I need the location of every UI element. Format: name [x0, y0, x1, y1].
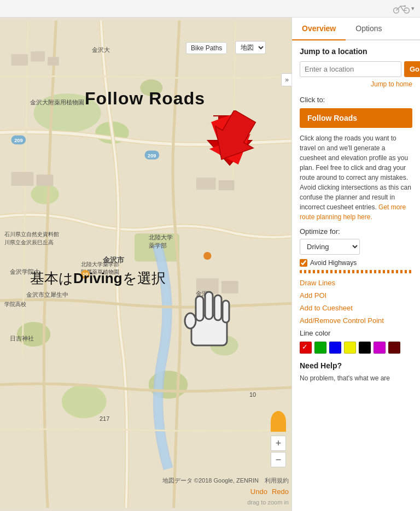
add-cuesheet-button[interactable]: Add to Cuesheet [300, 304, 353, 312]
svg-rect-16 [11, 172, 34, 186]
color-swatch-purple[interactable] [374, 342, 386, 354]
panel-content: Jump to a location Go Jump to home Click… [292, 40, 420, 390]
map-label: 石川県立自然史資料館 [4, 231, 59, 238]
location-row: Go [300, 61, 412, 77]
color-swatch-yellow[interactable] [344, 342, 356, 354]
pegman-icon[interactable] [271, 411, 286, 432]
tab-overview[interactable]: Overview [292, 17, 346, 40]
click-to-label: Click to: [300, 96, 412, 104]
tab-options[interactable]: Options [346, 17, 392, 40]
need-help-title: Need Help? [300, 361, 412, 370]
svg-rect-34 [223, 301, 229, 322]
hand-pointer-icon [175, 285, 246, 351]
go-button[interactable]: Go [404, 61, 420, 77]
zoom-in-button[interactable]: + [271, 436, 286, 451]
location-input[interactable] [300, 61, 401, 77]
wavy-line-divider [300, 270, 412, 273]
drag-hint: drag to zoom in [247, 499, 289, 506]
zoom-out-button[interactable]: − [271, 452, 286, 467]
svg-rect-17 [37, 175, 54, 186]
svg-text:209: 209 [14, 138, 22, 143]
undo-button[interactable]: Undo [250, 487, 267, 496]
svg-point-35 [185, 313, 196, 328]
undo-redo-row: Undo Redo [250, 487, 289, 496]
svg-rect-13 [11, 54, 28, 66]
optimize-label: Optimize for: [300, 227, 412, 236]
add-poi-button[interactable]: Add POI [300, 291, 326, 299]
svg-rect-19 [219, 180, 235, 190]
avoid-highways-checkbox[interactable] [300, 259, 307, 267]
map-label: 川県立金沢辰巳丘高 [4, 239, 54, 246]
color-swatch-dark-red[interactable] [388, 342, 400, 354]
svg-point-22 [203, 252, 211, 260]
svg-point-6 [31, 184, 59, 204]
bike-paths-button[interactable]: Bike Paths [186, 42, 227, 54]
add-remove-cp-button[interactable]: Add/Remove Control Point [300, 316, 384, 325]
line-color-label: Line color [300, 329, 412, 337]
avoid-highways-row: Avoid Highways [300, 259, 412, 267]
need-help-text: No problem, that's what we are [300, 373, 412, 383]
color-swatch-green[interactable] [314, 342, 326, 354]
follow-roads-button[interactable]: Follow Roads [300, 108, 412, 128]
line-color-section: Line color [300, 329, 412, 354]
svg-point-2 [404, 5, 406, 7]
map-attribution: 地図データ ©2018 Google, ZENRIN 利用規約 [162, 477, 289, 485]
map-area[interactable]: 209 209 金沢大 金沢大附薬用植物園 石川県立自然史資料館 川県立金沢辰巳… [0, 17, 291, 511]
follow-roads-annotation: Follow Roads [85, 89, 205, 109]
map-label: 金沢大附薬用植物園 [30, 98, 84, 107]
map-label: 10 [249, 391, 256, 398]
svg-rect-18 [196, 178, 216, 190]
map-zoom-controls: + − [271, 436, 286, 467]
draw-lines-button[interactable]: Draw Lines [300, 279, 335, 287]
description-text: Click along the roads you want to travel… [300, 133, 412, 222]
map-label: 金沢大 [92, 46, 110, 54]
svg-rect-33 [214, 295, 221, 320]
map-label: 日吉神社 [10, 334, 34, 343]
svg-point-36 [276, 415, 281, 420]
avoid-highways-label: Avoid Highways [310, 259, 357, 267]
redo-button[interactable]: Redo [272, 487, 289, 496]
top-bar: ▾ [0, 0, 420, 17]
color-swatch-blue[interactable] [329, 342, 341, 354]
svg-rect-15 [48, 57, 59, 65]
main-content: 209 209 金沢大 金沢大附薬用植物園 石川県立自然史資料館 川県立金沢辰巳… [0, 17, 420, 511]
jump-home-link[interactable]: Jump to home [300, 80, 412, 88]
jump-location-title: Jump to a location [300, 47, 412, 56]
right-panel: Overview Options Jump to a location Go J… [291, 17, 420, 511]
map-label: 金沢市立犀生中 [26, 291, 68, 299]
red-arrow-icon [202, 110, 262, 171]
map-label: 学院高校 [4, 301, 26, 308]
color-swatch-black[interactable] [359, 342, 371, 354]
tabs-row: Overview Options [292, 17, 420, 40]
color-swatches [300, 342, 412, 354]
map-label: 北陸大学薬学部 [149, 233, 173, 250]
bike-icon [393, 3, 410, 15]
map-type-select[interactable]: 地図 [235, 41, 266, 54]
color-swatch-red[interactable] [300, 342, 312, 354]
svg-rect-32 [205, 292, 213, 319]
svg-text:209: 209 [148, 153, 156, 158]
svg-rect-31 [196, 296, 203, 321]
chevron-down-icon[interactable]: ▾ [411, 5, 415, 12]
expand-map-button[interactable]: » [281, 73, 291, 86]
svg-rect-14 [31, 51, 45, 61]
optimize-select[interactable]: Driving Walking Cycling [300, 239, 360, 255]
map-label: 217 [100, 415, 109, 422]
svg-point-10 [62, 385, 107, 419]
driving-annotation: 基本はDrivingを選択 [30, 269, 166, 288]
